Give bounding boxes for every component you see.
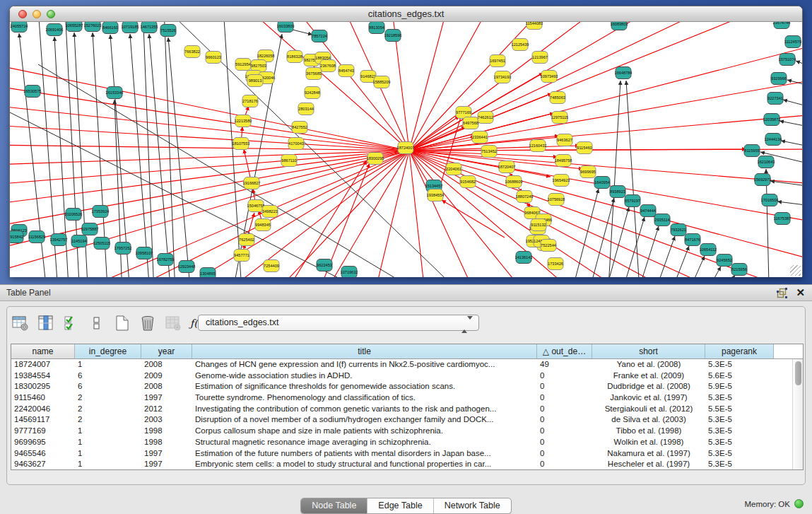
yellow-node[interactable]: 2803144 xyxy=(298,103,314,115)
teal-node[interactable]: 7857224 xyxy=(312,30,327,42)
teal-node[interactable]: 6579197 xyxy=(625,195,640,207)
teal-node[interactable]: 9245652 xyxy=(717,255,732,267)
yellow-node[interactable]: 989013 xyxy=(247,75,263,87)
yellow-node[interactable]: 9463627 xyxy=(557,134,572,146)
yellow-node[interactable]: 19166827 xyxy=(243,177,261,189)
yellow-node[interactable]: 12125439 xyxy=(512,39,529,51)
teal-node[interactable]: 19218596 xyxy=(384,30,402,42)
yellow-node[interactable]: 10688609 xyxy=(505,176,523,188)
yellow-node[interactable]: 2336441 xyxy=(472,132,488,144)
table-row[interactable]: 946554611997Estimation of the future num… xyxy=(11,448,803,460)
yellow-node[interactable]: 7625402 xyxy=(239,234,254,246)
yellow-node[interactable]: 9827503 xyxy=(251,60,266,72)
yellow-node[interactable]: 6497568 xyxy=(463,117,478,129)
yellow-node[interactable]: 10973493 xyxy=(541,71,558,83)
yellow-node[interactable]: 2204061 xyxy=(446,163,461,175)
new-document-icon[interactable] xyxy=(113,314,131,332)
yellow-node[interactable]: 9867110 xyxy=(281,155,297,167)
window-resize-grip[interactable] xyxy=(790,265,801,276)
rows-icon[interactable] xyxy=(88,314,106,332)
teal-node[interactable]: 16033809 xyxy=(277,22,295,33)
teal-node[interactable]: 9329966 xyxy=(771,73,787,85)
teal-node[interactable]: 12505115 xyxy=(93,238,110,250)
network-view-window[interactable]: citations_edges.txt 24055724206914061065… xyxy=(9,6,803,277)
teal-node[interactable]: 11124579 xyxy=(784,36,801,48)
teal-node[interactable]: 26153346 xyxy=(106,87,124,99)
yellow-node[interactable]: 9154682 xyxy=(460,176,476,188)
yellow-node[interactable]: 3675685 xyxy=(306,68,322,80)
teal-node[interactable]: 20206526 xyxy=(65,209,83,221)
yellow-node[interactable]: 9660123 xyxy=(206,52,221,64)
teal-node[interactable]: 8215956 xyxy=(731,264,747,276)
column-header-title[interactable]: title xyxy=(192,344,537,358)
teal-node[interactable]: 1145194 xyxy=(71,235,87,247)
select-all-checks-icon[interactable] xyxy=(62,314,81,332)
yellow-node[interactable]: 19654923 xyxy=(553,175,570,187)
teal-node[interactable]: 15692971 xyxy=(754,174,772,186)
yellow-node[interactable]: 18107553 xyxy=(233,138,250,150)
teal-node[interactable]: 10958107 xyxy=(136,247,153,259)
yellow-node[interactable]: 8454743 xyxy=(339,65,354,77)
table-row[interactable]: 1830029562008Estimation of significance … xyxy=(11,381,803,392)
table-row[interactable]: 2242004622012Investigating the contribut… xyxy=(11,404,803,415)
yellow-node[interactable]: 7522544 xyxy=(541,240,556,252)
teal-node[interactable]: 92975887 xyxy=(81,223,99,235)
column-header-in_degree[interactable]: in_degree xyxy=(75,344,141,358)
column-header-year[interactable]: year xyxy=(141,344,192,358)
yellow-node[interactable]: 12975115 xyxy=(551,112,568,124)
network-canvas[interactable]: 2405572420691406106552871527602384661601… xyxy=(10,22,802,277)
yellow-node[interactable]: 12160432 xyxy=(529,140,547,152)
yellow-node[interactable]: 2367608 xyxy=(320,60,336,72)
teal-node[interactable]: 15751074 xyxy=(779,54,796,66)
delete-trash-icon[interactable] xyxy=(139,314,157,332)
yellow-node[interactable]: 19734193 xyxy=(494,71,512,83)
yellow-node[interactable]: 7513452 xyxy=(481,146,497,158)
teal-node[interactable]: 10654112 xyxy=(700,244,717,256)
teal-node[interactable]: 7515526 xyxy=(160,25,176,37)
column-chooser-icon[interactable] xyxy=(37,314,55,332)
teal-node[interactable]: 20691406 xyxy=(46,24,64,36)
teal-node[interactable]: 9227341 xyxy=(767,93,783,105)
yellow-node[interactable]: 10756928 xyxy=(548,194,565,206)
teal-node[interactable]: 16083803 xyxy=(611,22,628,30)
yellow-node[interactable]: 7485063 xyxy=(550,92,565,104)
table-row[interactable]: 1456911722003Disruption of a novel membe… xyxy=(11,414,803,426)
yellow-node[interactable]: 3498223 xyxy=(262,206,278,218)
teal-node[interactable]: 2935114 xyxy=(654,214,670,226)
column-header-name[interactable]: name xyxy=(11,344,75,358)
table-row[interactable]: 911546021997Tourette syndrome. Phenomeno… xyxy=(11,392,803,404)
column-header-out_de[interactable]: △ out_de… xyxy=(537,344,592,358)
yellow-node[interactable]: 8186328 xyxy=(287,51,302,63)
yellow-node[interactable]: 1733426 xyxy=(548,258,563,270)
column-header-pagerank[interactable]: pagerank xyxy=(705,344,774,358)
yellow-node[interactable]: 9948345 xyxy=(255,219,271,231)
yellow-node[interactable]: 15885209 xyxy=(373,76,391,88)
tab-edge-table[interactable]: Edge Table xyxy=(367,498,433,513)
table-row[interactable]: 946362711997Embryonic stem cells: a mode… xyxy=(11,459,803,470)
table-row[interactable]: 969969511998Structural magnetic resonanc… xyxy=(11,437,803,448)
teal-node[interactable]: 15276023 xyxy=(84,22,102,32)
table-row[interactable]: 1872400712008Changes of HCN gene express… xyxy=(11,359,803,370)
teal-node[interactable]: 12444134 xyxy=(765,134,782,146)
tab-node-table[interactable]: Node Table xyxy=(301,498,367,513)
table-source-select[interactable]: citations_edges.txt xyxy=(198,315,479,331)
yellow-node[interactable]: 5912954 xyxy=(235,59,251,71)
yellow-node[interactable]: 7462612 xyxy=(478,112,493,124)
column-header-short[interactable]: short xyxy=(592,344,705,358)
teal-node[interactable]: 8466160 xyxy=(102,22,118,34)
table-settings-icon[interactable] xyxy=(11,314,30,332)
teal-node[interactable]: 11675387 xyxy=(774,213,791,225)
yellow-node[interactable]: 7663822 xyxy=(184,46,200,58)
scrollbar-thumb[interactable] xyxy=(795,361,801,385)
yellow-node[interactable]: 18495758 xyxy=(555,155,572,167)
teal-node[interactable]: 10719185 xyxy=(122,22,139,33)
teal-node[interactable]: 7932621 xyxy=(671,224,686,236)
yellow-node[interactable]: 18807249 xyxy=(516,191,534,203)
teal-node[interactable]: 16648784 xyxy=(615,67,632,79)
yellow-node[interactable]: 19384554 xyxy=(427,189,445,201)
yellow-node[interactable]: 9699695 xyxy=(580,166,596,178)
yellow-node[interactable]: 8427552 xyxy=(292,122,307,134)
teal-node[interactable]: 24055724 xyxy=(11,22,28,33)
yellow-node[interactable]: 7254409 xyxy=(264,260,279,272)
tab-network-table[interactable]: Network Table xyxy=(433,498,511,513)
